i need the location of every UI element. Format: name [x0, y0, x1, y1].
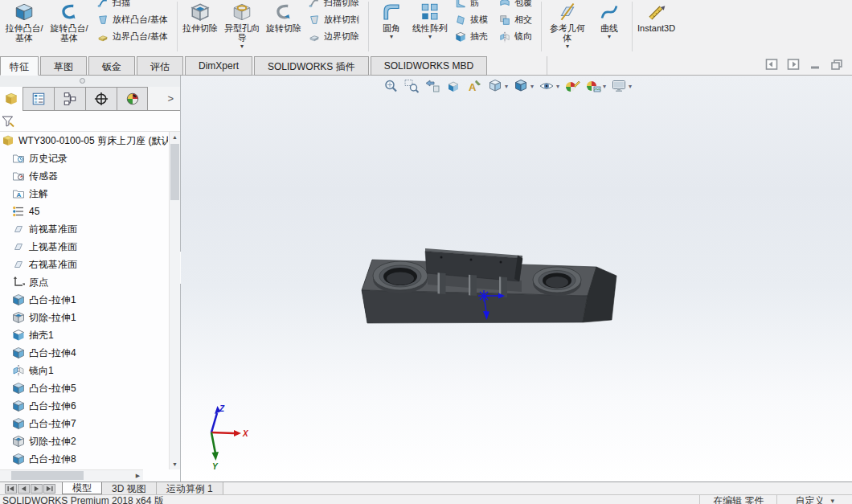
tree-item-label: 抽壳1	[29, 329, 54, 342]
tree-item-凸台-拉伸7[interactable]: 凸台-拉伸7	[0, 415, 168, 432]
tree-item-label: 镜向1	[29, 364, 54, 378]
nav-next-button[interactable]	[31, 484, 43, 494]
extrude-boss-button[interactable]: 拉伸凸台/基体	[2, 0, 47, 43]
zoom-fit-button[interactable]	[383, 78, 399, 94]
hole-wizard-button[interactable]: 异型孔向导▾	[219, 0, 264, 50]
expand-chevron-icon[interactable]: >	[167, 93, 174, 104]
dimxpertmanager-tab[interactable]	[85, 87, 117, 110]
rib-button[interactable]: 筋	[449, 0, 494, 11]
tree-item-上视基准面[interactable]: 上视基准面	[0, 238, 168, 256]
tree-item-凸台-拉伸4[interactable]: 凸台-拉伸4	[0, 344, 168, 362]
wrap-button[interactable]: 包覆	[494, 0, 538, 11]
view-orientation-button[interactable]: ▾	[487, 78, 508, 94]
intersect-button[interactable]: 相交	[494, 11, 538, 28]
curves-button[interactable]: 曲线▾	[590, 0, 629, 40]
hide-show-items-icon	[539, 78, 555, 94]
loft-button[interactable]: 放样凸台/基体	[92, 11, 174, 28]
document-tab-运动算例 1[interactable]: 运动算例 1	[157, 482, 223, 494]
scroll-right-icon[interactable]: ▶	[133, 470, 143, 481]
draft-button[interactable]: 拔模	[449, 11, 494, 28]
fillet-button[interactable]: 圆角▾	[372, 0, 411, 40]
tree-item-label: 切除-拉伸1	[29, 311, 76, 325]
instant3d-label: Instant3D	[637, 23, 675, 33]
tree-item-凸台-拉伸1[interactable]: 凸台-拉伸1	[0, 291, 168, 309]
minimize-button[interactable]	[808, 58, 822, 71]
panel-top-strip	[0, 76, 180, 87]
tree-item-镜向1[interactable]: 镜向1	[0, 362, 168, 379]
tree-item-切除-拉伸2[interactable]: 切除-拉伸2	[0, 432, 168, 450]
shell-button[interactable]: 抽壳	[449, 28, 494, 45]
nav-first-button[interactable]	[5, 484, 17, 494]
revolve-boss-icon	[59, 2, 79, 22]
triad-y-axis: Y	[211, 432, 219, 471]
document-tab-3D 视图[interactable]: 3D 视图	[102, 482, 157, 494]
ribbon-tab-SOLIDWORKS MBD[interactable]: SOLIDWORKS MBD	[371, 56, 487, 76]
revolve-cut-button[interactable]: 旋转切除	[264, 0, 303, 33]
apply-scene-button[interactable]: ▾	[585, 78, 606, 94]
tree-item-45[interactable]: 45	[0, 203, 168, 220]
scrollbar-thumb[interactable]	[170, 144, 179, 200]
ref-geometry-button[interactable]: 参考几何体▾	[545, 0, 590, 50]
previous-view-button[interactable]	[424, 78, 440, 94]
featuremanager-tab[interactable]	[0, 87, 23, 111]
tree-vertical-scrollbar[interactable]: ▲ ▼	[169, 132, 180, 469]
configurationmanager-tab[interactable]	[54, 87, 85, 110]
tree-item-右视基准面[interactable]: 右视基准面	[0, 256, 168, 273]
display-style-button[interactable]: ▾	[513, 78, 534, 94]
mirror-button[interactable]: 镜向	[494, 28, 538, 45]
propertymanager-tab[interactable]	[23, 87, 54, 110]
section-view-button[interactable]	[445, 78, 461, 94]
tree-filter-row[interactable]	[0, 111, 180, 132]
tree-item-抽壳1[interactable]: 抽壳1	[0, 326, 168, 344]
ribbon-tab-草图[interactable]: 草图	[40, 56, 87, 76]
zoom-area-button[interactable]	[403, 78, 420, 94]
view-settings-button[interactable]: ▾	[611, 78, 632, 94]
tree-item-注解[interactable]: A注解	[0, 185, 168, 203]
tree-item-凸台-拉伸8[interactable]: 凸台-拉伸8	[0, 450, 168, 468]
scroll-down-icon[interactable]: ▼	[170, 459, 180, 469]
loft-cut-button[interactable]: 放样切割	[303, 11, 365, 28]
boundary-cut-button[interactable]: 边界切除	[303, 28, 365, 45]
scroll-up-icon[interactable]: ▲	[170, 132, 180, 142]
tree-item-历史记录[interactable]: 历史记录	[0, 150, 168, 167]
sweep-cut-label: 扫描切除	[324, 0, 359, 9]
instant3d-button[interactable]: Instant3D	[636, 0, 677, 33]
extrude-cut-button[interactable]: 拉伸切除	[181, 0, 219, 33]
tree-item-凸台-拉伸5[interactable]: 凸台-拉伸5	[0, 379, 168, 397]
edit-appearance-button[interactable]	[564, 78, 580, 94]
sweep-cut-button[interactable]: 扫描切除	[303, 0, 365, 11]
ribbon-tab-钣金[interactable]: 钣金	[88, 56, 135, 76]
tree-root-item[interactable]: WTY300-0100-05 剪床上刀座 (默认	[0, 132, 168, 150]
ribbon-tab-评估[interactable]: 评估	[137, 56, 183, 76]
revolve-boss-button[interactable]: 旋转凸台/基体	[47, 0, 92, 43]
status-custom-dropdown[interactable]: 自定义 ▾	[776, 495, 852, 504]
model-3d-part[interactable]	[346, 233, 619, 338]
scrollbar-thumb[interactable]	[11, 471, 84, 480]
panel-grip-handle[interactable]	[80, 78, 85, 84]
graphics-viewport[interactable]: A▾▾▾▾▾	[181, 76, 852, 481]
displaymanager-tab[interactable]	[117, 87, 148, 110]
collapse-right-button[interactable]	[786, 58, 801, 71]
ribbon-group-5: Instant3D	[636, 0, 677, 54]
linear-pattern-button[interactable]: 线性阵列▾	[411, 0, 449, 40]
hide-show-items-button[interactable]: ▾	[539, 78, 559, 94]
tree-item-前视基准面[interactable]: 前视基准面	[0, 220, 168, 238]
annotation-view-button[interactable]: A	[466, 78, 482, 94]
restore-button[interactable]	[829, 58, 844, 71]
extrude-cut-icon	[190, 2, 210, 22]
tree-item-切除-拉伸1[interactable]: 切除-拉伸1	[0, 309, 168, 326]
tree-item-原点[interactable]: 原点	[0, 273, 168, 291]
tree-item-传感器[interactable]: 传感器	[0, 167, 168, 185]
boundary-icon	[97, 31, 109, 43]
tree-horizontal-scrollbar[interactable]: ▶	[0, 469, 143, 481]
boundary-button[interactable]: 边界凸台/基体	[92, 28, 174, 45]
collapse-left-button[interactable]	[764, 58, 779, 71]
ribbon-tab-DimXpert[interactable]: DimXpert	[185, 56, 252, 76]
nav-last-button[interactable]	[43, 484, 55, 494]
document-tab-模型[interactable]: 模型	[62, 482, 102, 494]
sweep-button[interactable]: 扫描	[92, 0, 174, 11]
nav-prev-button[interactable]	[18, 484, 30, 494]
ribbon-tab-特征[interactable]: 特征	[0, 56, 39, 76]
tree-item-凸台-拉伸6[interactable]: 凸台-拉伸6	[0, 397, 168, 415]
ribbon-tab-SOLIDWORKS 插件[interactable]: SOLIDWORKS 插件	[254, 56, 369, 76]
